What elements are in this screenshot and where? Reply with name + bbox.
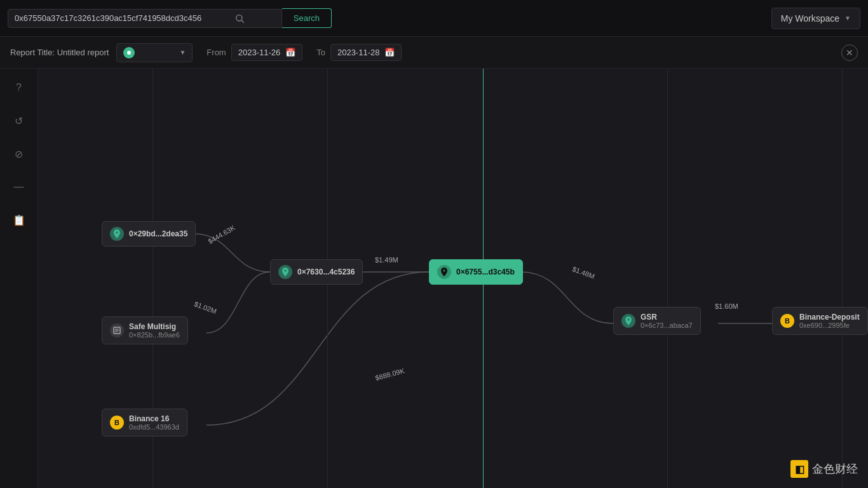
to-date-value: 2023-11-28: [337, 48, 380, 57]
node-label-n5: 0×6755...d3c45b: [456, 268, 515, 276]
sidebar-icon-save[interactable]: 📋: [10, 211, 28, 229]
node-icon-n4: [278, 265, 292, 279]
report-title: Report Title: Untitled report: [10, 48, 109, 57]
from-date-picker[interactable]: 2023-11-26 📅: [231, 44, 303, 61]
edge-n2-n4: [207, 272, 270, 333]
from-date-value: 2023-11-26: [238, 48, 281, 57]
edge-label-n1-n4: $444.63K: [207, 224, 236, 245]
node-label-n3: Binance 16: [129, 414, 179, 423]
node-label-n4: 0×7630...4c5236: [297, 268, 355, 276]
edge-n3-n5: [207, 272, 429, 425]
search-button[interactable]: Search: [282, 8, 332, 28]
search-area: Search: [8, 8, 332, 28]
node-label-n7: Binance-Deposit: [799, 313, 860, 322]
node-label-n6: GSR: [641, 313, 693, 322]
sidebar-icon-minus[interactable]: —: [10, 178, 28, 196]
dropdown-arrow-icon: ▼: [179, 49, 186, 56]
calendar-icon2: 📅: [384, 48, 395, 57]
node-n5[interactable]: 0×6755...d3c45b: [429, 259, 523, 285]
topbar: Search My Workspace ▼: [0, 0, 868, 37]
my-workspace-button[interactable]: My Workspace ▼: [771, 8, 860, 29]
node-icon-n1: [110, 227, 124, 241]
node-icon-n5: [437, 265, 451, 279]
node-icon-n2: [110, 323, 124, 337]
workspace-label: My Workspace: [781, 13, 839, 24]
node-label-n1: 0×29bd...2dea35: [129, 229, 187, 238]
node-n4[interactable]: 0×7630...4c5236: [270, 259, 363, 285]
node-n1[interactable]: 0×29bd...2dea35: [102, 221, 196, 247]
node-n7[interactable]: BBinance-Deposit0xe690...2995fe: [772, 307, 868, 335]
node-icon-n3: B: [110, 416, 124, 430]
search-icon: [234, 13, 245, 24]
chevron-down-icon: ▼: [844, 15, 851, 22]
date-from-section: From 2023-11-26 📅: [207, 44, 302, 61]
node-sub-n6: 0×6c73...abaca7: [641, 322, 693, 329]
edge-label-n3-n5: $888.09K: [374, 367, 405, 382]
sidebar-icon-help[interactable]: ?: [10, 79, 28, 97]
dot-icon: [123, 47, 135, 58]
edge-label-n2-n4: $1.02M: [193, 300, 218, 315]
node-label-n2: Safe Multisig: [129, 322, 180, 331]
sidebar-icon-refresh[interactable]: ↺: [10, 112, 28, 130]
search-input-wrap: [8, 9, 282, 28]
node-icon-n7: B: [780, 314, 794, 328]
edge-n5-n6: [521, 272, 613, 323]
svg-point-0: [236, 15, 242, 20]
sidebar: ? ↺ ⊘ — 📋: [0, 69, 38, 488]
close-button[interactable]: ✕: [841, 44, 858, 61]
svg-line-1: [241, 20, 244, 23]
node-n3[interactable]: BBinance 160xdfd5...43963d: [102, 409, 187, 437]
node-sub-n3: 0xdfd5...43963d: [129, 423, 179, 431]
edge-label-n5-n6: $1.48M: [571, 265, 596, 280]
to-date-picker[interactable]: 2023-11-28 📅: [330, 44, 402, 61]
vertical-line: [667, 69, 668, 488]
node-sub-n7: 0xe690...2995fe: [799, 322, 860, 329]
node-icon-n6: [621, 314, 635, 328]
node-n6[interactable]: GSR0×6c73...abaca7: [613, 307, 701, 335]
sidebar-icon-filter[interactable]: ⊘: [10, 145, 28, 163]
node-sub-n2: 0×825b...fb9ae6: [129, 331, 180, 339]
reportbar: Report Title: Untitled report ▼ From 202…: [0, 37, 868, 69]
canvas: 0×29bd...2dea35 Safe Multisig0×825b...fb…: [38, 69, 868, 488]
edge-label-n6-n7: $1.60M: [715, 302, 738, 310]
node-n2[interactable]: Safe Multisig0×825b...fb9ae6: [102, 316, 188, 344]
search-input[interactable]: [15, 13, 231, 23]
to-label: To: [316, 48, 325, 57]
report-dropdown[interactable]: ▼: [116, 43, 193, 62]
edge-n1-n4: [194, 234, 270, 272]
date-to-section: To 2023-11-28 📅: [316, 44, 402, 61]
from-label: From: [207, 48, 226, 57]
vertical-line: [842, 69, 843, 488]
edge-label-n4-n5: $1.49M: [375, 256, 398, 264]
calendar-icon: 📅: [285, 48, 295, 57]
